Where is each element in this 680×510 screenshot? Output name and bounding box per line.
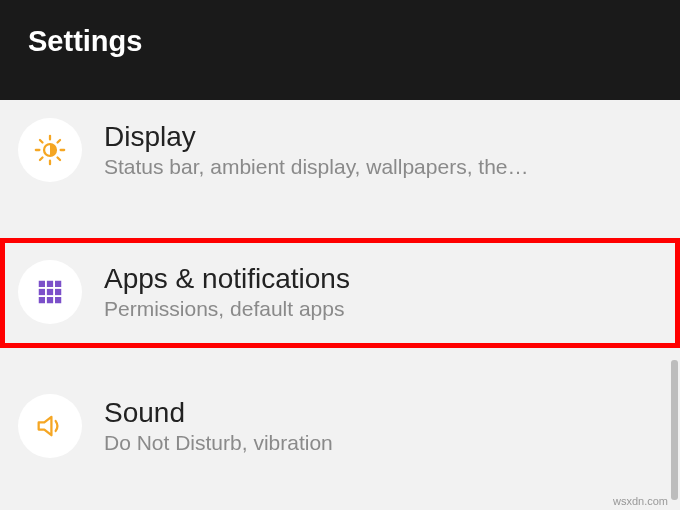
page-title: Settings xyxy=(28,25,142,58)
settings-item-display[interactable]: Display Status bar, ambient display, wal… xyxy=(0,100,680,212)
settings-item-title: Display xyxy=(104,121,662,153)
settings-item-subtitle: Status bar, ambient display, wallpapers,… xyxy=(104,155,662,179)
svg-rect-17 xyxy=(55,297,61,303)
app-header: Settings xyxy=(0,0,680,100)
settings-item-title: Apps & notifications xyxy=(104,263,662,295)
svg-line-8 xyxy=(58,140,61,143)
apps-grid-icon xyxy=(18,260,82,324)
brightness-icon xyxy=(18,118,82,182)
settings-item-apps-notifications[interactable]: Apps & notifications Permissions, defaul… xyxy=(0,238,680,348)
svg-line-5 xyxy=(40,140,43,143)
settings-item-subtitle: Permissions, default apps xyxy=(104,297,662,321)
svg-rect-10 xyxy=(47,281,53,287)
settings-item-text: Sound Do Not Disturb, vibration xyxy=(104,397,662,455)
settings-item-text: Apps & notifications Permissions, defaul… xyxy=(104,263,662,321)
settings-item-subtitle: Do Not Disturb, vibration xyxy=(104,431,662,455)
svg-rect-13 xyxy=(47,289,53,295)
settings-item-title: Sound xyxy=(104,397,662,429)
svg-rect-15 xyxy=(39,297,45,303)
settings-item-sound[interactable]: Sound Do Not Disturb, vibration xyxy=(0,374,680,482)
svg-rect-14 xyxy=(55,289,61,295)
watermark: wsxdn.com xyxy=(613,495,668,507)
svg-line-7 xyxy=(40,158,43,161)
scrollbar-thumb[interactable] xyxy=(671,360,678,500)
svg-line-6 xyxy=(58,158,61,161)
svg-rect-12 xyxy=(39,289,45,295)
svg-rect-16 xyxy=(47,297,53,303)
settings-item-text: Display Status bar, ambient display, wal… xyxy=(104,121,662,179)
svg-rect-11 xyxy=(55,281,61,287)
speaker-icon xyxy=(18,394,82,458)
svg-rect-9 xyxy=(39,281,45,287)
settings-list: Display Status bar, ambient display, wal… xyxy=(0,100,680,482)
